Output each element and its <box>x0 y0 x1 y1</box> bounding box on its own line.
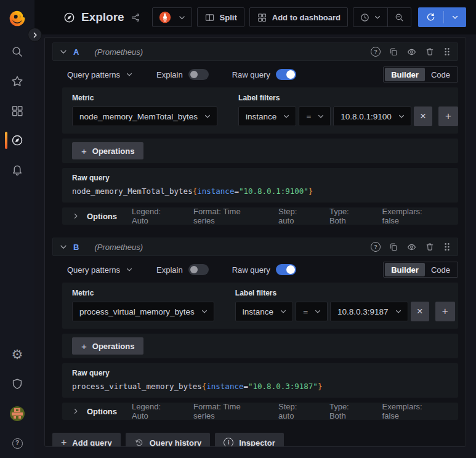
query-header[interactable]: A (Prometheus) ? <box>52 42 458 61</box>
share-shortlink-button[interactable] <box>131 12 141 23</box>
explain-toggle[interactable] <box>188 69 209 80</box>
expand-sidebar-button[interactable] <box>28 28 42 42</box>
sidebar-item-settings[interactable]: ⚙ <box>0 340 34 369</box>
split-panes-icon <box>204 12 215 23</box>
raw-query-toggle[interactable] <box>276 264 296 275</box>
duplicate-query-button[interactable] <box>389 242 398 252</box>
operations-panel: + Operations <box>62 139 458 163</box>
time-picker-group <box>353 7 411 27</box>
option-format: Format: Time series <box>193 402 264 420</box>
option-type: Type: Both <box>329 207 368 225</box>
collapse-chevron-icon[interactable] <box>59 243 68 251</box>
add-query-button[interactable]: + Add query <box>52 433 121 447</box>
filter-label-select[interactable]: instance <box>235 302 293 321</box>
chevron-down-icon <box>204 113 211 120</box>
close-icon: × <box>417 305 423 318</box>
apps-icon <box>10 104 24 118</box>
datasource-picker[interactable] <box>152 7 192 27</box>
builder-mode-button[interactable]: Builder <box>385 68 425 81</box>
code-mode-button[interactable]: Code <box>425 68 456 81</box>
query-datasource-name: (Prometheus) <box>94 47 143 57</box>
duplicate-query-button[interactable] <box>389 47 398 57</box>
query-help-button[interactable]: ? <box>371 242 381 252</box>
query-history-button[interactable]: Query history <box>126 433 211 447</box>
filter-value-select[interactable]: 10.8.0.1:9100 <box>333 106 411 126</box>
disable-query-button[interactable] <box>406 242 417 252</box>
explain-toggle[interactable] <box>188 264 209 275</box>
label-filters-label: Label filters <box>238 94 458 102</box>
metric-label: Metric <box>72 94 217 102</box>
remove-query-button[interactable] <box>425 242 435 252</box>
sidebar-item-dashboards[interactable] <box>0 96 34 126</box>
add-operation-button[interactable]: + Operations <box>72 337 143 355</box>
eye-icon <box>406 47 417 57</box>
query-patterns-dropdown[interactable]: Query patterns <box>67 265 133 275</box>
raw-query-toggle[interactable] <box>276 69 296 80</box>
query-patterns-dropdown[interactable]: Query patterns <box>67 70 133 79</box>
inspector-button[interactable]: i Inspector <box>215 433 284 447</box>
query-options-row[interactable]: Options Legend: Auto Format: Time series… <box>62 207 458 225</box>
remove-filter-button[interactable]: × <box>411 302 429 321</box>
sidebar-item-profile[interactable] <box>0 399 34 428</box>
query-help-button[interactable]: ? <box>371 47 381 57</box>
sidebar-item-favorites[interactable] <box>0 66 34 96</box>
prometheus-icon <box>158 10 172 24</box>
chevron-down-icon <box>201 308 208 315</box>
remove-query-button[interactable] <box>425 47 435 57</box>
option-exemplars: Exemplars: false <box>382 402 441 420</box>
plus-icon: + <box>442 305 448 318</box>
raw-query-panel: Raw query node_memory_MemTotal_bytes{ins… <box>62 168 458 203</box>
add-to-dashboard-button[interactable]: Add to dashboard <box>249 7 348 27</box>
query-options-row[interactable]: Options Legend: Auto Format: Time series… <box>62 403 458 420</box>
sidebar-item-alerting[interactable] <box>0 155 34 185</box>
chevron-down-icon <box>126 266 133 273</box>
query-header[interactable]: B (Prometheus) ? <box>52 238 458 256</box>
query-footer-actions: + Add query Query history i Inspector <box>52 433 458 447</box>
add-filter-button[interactable]: + <box>438 106 458 126</box>
split-button[interactable]: Split <box>197 7 244 27</box>
sidebar-item-server-admin[interactable] <box>0 369 34 399</box>
explain-label: Explain <box>156 70 183 79</box>
chevron-down-icon <box>314 308 321 315</box>
code-mode-button[interactable]: Code <box>425 263 456 276</box>
filter-label-select[interactable]: instance <box>238 106 296 126</box>
filter-operator-select[interactable]: = <box>296 302 328 321</box>
drag-handle[interactable] <box>443 242 451 252</box>
sidebar-item-search[interactable] <box>0 37 34 66</box>
gear-icon: ⚙ <box>12 348 23 361</box>
time-picker-button[interactable] <box>353 8 387 26</box>
add-operation-button[interactable]: + Operations <box>72 142 143 159</box>
apps-icon <box>257 12 267 23</box>
user-avatar <box>10 406 25 421</box>
run-query-button[interactable] <box>418 7 466 27</box>
raw-query-label: Raw query <box>232 265 270 275</box>
disable-query-button[interactable] <box>406 47 417 57</box>
copy-icon <box>389 242 398 252</box>
option-type: Type: Both <box>329 402 368 420</box>
chevron-down-icon <box>374 14 381 21</box>
sidebar-item-explore[interactable] <box>0 126 34 155</box>
query-editor-row-a: A (Prometheus) ? <box>52 42 458 225</box>
collapse-chevron-icon[interactable] <box>59 47 68 56</box>
option-legend: Legend: Auto <box>132 207 179 225</box>
plus-icon: + <box>445 110 451 123</box>
add-filter-button[interactable]: + <box>435 302 455 321</box>
metric-field: Metric process_virtual_memory_bytes <box>72 289 214 321</box>
query-datasource-name: (Prometheus) <box>94 243 143 252</box>
filter-operator-select[interactable]: = <box>299 106 331 126</box>
chevron-right-icon <box>72 408 79 415</box>
zoom-out-time-button[interactable] <box>388 8 411 26</box>
metric-select[interactable]: process_virtual_memory_bytes <box>72 302 214 321</box>
sidebar-item-help[interactable]: ? <box>0 428 34 458</box>
eye-icon <box>406 242 417 252</box>
run-query-dropdown[interactable] <box>444 7 466 27</box>
raw-query-expression: process_virtual_memory_bytes{instance="1… <box>72 382 448 391</box>
query-editor-row-b: B (Prometheus) ? <box>52 238 458 420</box>
metric-select[interactable]: node_memory_MemTotal_bytes <box>72 106 217 126</box>
grip-dots-icon <box>443 242 451 252</box>
builder-mode-button[interactable]: Builder <box>385 263 425 276</box>
remove-filter-button[interactable]: × <box>414 106 432 126</box>
drag-handle[interactable] <box>443 47 451 57</box>
chevron-down-icon <box>317 113 325 120</box>
filter-value-select[interactable]: 10.8.0.3:9187 <box>330 302 408 321</box>
